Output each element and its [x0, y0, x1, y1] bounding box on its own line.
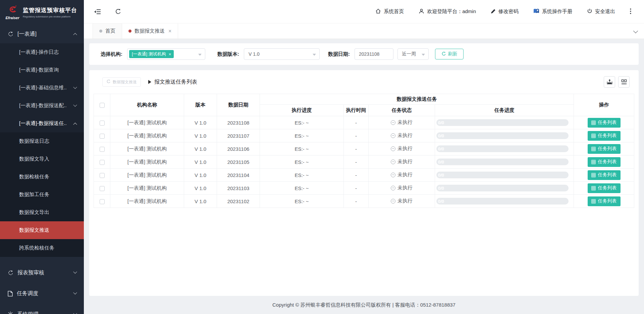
- sidebar-item-label: [一表通]-数据查询: [19, 67, 59, 73]
- remove-tag-icon[interactable]: ×: [169, 52, 171, 57]
- sidebar-item-2[interactable]: [一表通]-数据查询: [0, 61, 84, 79]
- app-root: Efraiser 监管报送预审核平台 Regulatory submission…: [0, 0, 644, 314]
- sidebar-item-8[interactable]: 数据检核任务: [0, 168, 84, 186]
- sidebar-item-9[interactable]: 数据加工任务: [0, 186, 84, 204]
- collapse-sidebar-icon[interactable]: [94, 9, 101, 14]
- welcome-user[interactable]: 欢迎登陆平台：admin: [419, 8, 476, 15]
- task-list-button[interactable]: 任务列表: [588, 196, 621, 206]
- select-all-cell: [94, 94, 110, 116]
- close-tab-icon[interactable]: ×: [168, 28, 171, 34]
- data-date-input[interactable]: [355, 48, 393, 60]
- cell-exec-time: -: [344, 142, 369, 155]
- home-icon: [375, 8, 381, 15]
- sidebar-item-7[interactable]: 数据报文导入: [0, 150, 84, 168]
- cell-version: V 1.0: [184, 116, 217, 129]
- sidebar-item-0[interactable]: [一表通]: [0, 25, 84, 43]
- sidebar-item-14[interactable]: 任务调度: [0, 283, 84, 304]
- cell-task-progress: 0/0: [435, 195, 574, 208]
- more-dots-icon: [630, 8, 631, 15]
- cell-status: 未执行: [369, 155, 435, 169]
- row-checkbox[interactable]: [100, 134, 105, 139]
- cycle-icon: [106, 79, 111, 85]
- data-push-button-disabled[interactable]: 数据报文推送: [102, 77, 141, 87]
- cell-org: [一表通] 测试机构: [110, 116, 184, 129]
- sidebar-item-13[interactable]: 报表预审核: [0, 262, 84, 283]
- cell-checkbox: [94, 116, 110, 129]
- task-list-button[interactable]: 任务列表: [588, 118, 621, 128]
- row-checkbox[interactable]: [100, 173, 105, 178]
- manual-button[interactable]: 系统操作手册: [533, 8, 572, 15]
- row-checkbox[interactable]: [100, 199, 105, 204]
- cell-version: V 1.0: [184, 155, 217, 169]
- cell-exec-progress: ES:- ~: [260, 142, 344, 155]
- row-checkbox[interactable]: [100, 147, 105, 152]
- column-settings-button[interactable]: [618, 76, 630, 88]
- sidebar-item-11[interactable]: 数据报文推送: [0, 221, 84, 239]
- cell-actions: 任务列表: [574, 195, 634, 208]
- sidebar-item-1[interactable]: [一表通]-操作日志: [0, 43, 84, 61]
- chevron-down-icon: [313, 54, 316, 56]
- task-list-button[interactable]: 任务列表: [588, 131, 621, 141]
- sidebar-item-label: [一表通]-操作日志: [19, 49, 59, 55]
- more-menu-button[interactable]: [630, 8, 631, 15]
- task-list-button[interactable]: 任务列表: [588, 183, 621, 193]
- change-password-button[interactable]: 修改密码: [491, 8, 519, 15]
- tab-home[interactable]: 首页: [93, 24, 122, 39]
- chevron-down-icon: [73, 85, 77, 89]
- cell-exec-progress: ES:- ~: [260, 182, 344, 195]
- task-list-button[interactable]: 任务列表: [588, 144, 621, 154]
- cell-exec-time: -: [344, 116, 369, 129]
- col-header-org: 机构名称: [110, 94, 184, 116]
- tabbar: 首页 数据报文推送 ×: [84, 24, 644, 39]
- sidebar-item-label: [一表通]: [17, 31, 37, 38]
- minus-circle-icon: [391, 173, 395, 177]
- document-icon: [8, 291, 13, 297]
- cell-task-progress: 0/0: [435, 182, 574, 195]
- logout-label: 安全退出: [595, 8, 615, 15]
- topbar: 系统首页 欢迎登陆平台：admin 修改密码 系统操作手册 安全退出: [84, 0, 644, 24]
- row-checkbox[interactable]: [100, 160, 105, 165]
- list-title-label: 报文推送任务列表: [154, 79, 197, 86]
- refresh-page-icon[interactable]: [115, 8, 121, 15]
- sidebar-item-5[interactable]: [一表通]-数据报送任..: [0, 115, 84, 132]
- export-icon: [607, 79, 612, 85]
- task-progress-bar: 0/0: [436, 159, 569, 165]
- book-icon: [533, 8, 539, 15]
- grid-icon: [591, 160, 596, 164]
- chevron-down-icon[interactable]: [633, 29, 638, 33]
- tab-data-push[interactable]: 数据报文推送 ×: [122, 24, 178, 39]
- cell-exec-progress: ES:- ~: [260, 169, 344, 182]
- select-all-checkbox[interactable]: [100, 103, 105, 108]
- sidebar-item-12[interactable]: 跨系统检核任务: [0, 239, 84, 257]
- version-select[interactable]: V 1.0: [244, 48, 320, 60]
- table-row: [一表通] 测试机构 V 1.0 20231106 ES:- ~ - 未执行 0…: [94, 142, 634, 155]
- sidebar-item-6[interactable]: 数据报送日志: [0, 132, 84, 150]
- task-list-button[interactable]: 任务列表: [588, 170, 621, 180]
- sidebar-item-10[interactable]: 数据报文导出: [0, 204, 84, 221]
- sidebar-item-label: 数据报文导入: [19, 156, 49, 162]
- cell-exec-time: -: [344, 129, 369, 142]
- table-row: [一表通] 测试机构 V 1.0 20231107 ES:- ~ - 未执行 0…: [94, 129, 634, 142]
- cell-org: [一表通] 测试机构: [110, 195, 184, 208]
- task-progress-bar: 0/0: [436, 132, 569, 139]
- export-button[interactable]: [604, 76, 615, 88]
- data-push-button-label: 数据报文推送: [113, 79, 137, 85]
- org-select[interactable]: [一表通] 测试机构 ×: [127, 48, 205, 60]
- minus-circle-icon: [391, 133, 395, 138]
- task-list-button[interactable]: 任务列表: [588, 157, 621, 167]
- row-checkbox[interactable]: [100, 186, 105, 191]
- col-header-actions: 操作: [574, 94, 634, 116]
- row-checkbox[interactable]: [100, 121, 105, 126]
- logo-block: Efraiser 监管报送预审核平台 Regulatory submission…: [0, 0, 84, 25]
- logout-button[interactable]: 安全退出: [587, 8, 615, 15]
- sidebar-item-3[interactable]: [一表通]-基础信息维..: [0, 79, 84, 97]
- caret-right-icon: [148, 80, 151, 84]
- tab-dot: [99, 30, 102, 33]
- footer: Copyright © 苏州银丰睿哲信息科技有限公司版权所有 | 客服电话：05…: [89, 296, 639, 314]
- home-button[interactable]: 系统首页: [375, 8, 404, 15]
- refresh-button[interactable]: 刷新: [435, 49, 464, 59]
- date-range-select[interactable]: 近一周: [397, 48, 429, 60]
- sidebar-item-4[interactable]: [一表通]-数据报送配..: [0, 97, 84, 115]
- sidebar-item-label: 数据报送日志: [19, 138, 49, 144]
- sidebar-item-15[interactable]: 系统管理: [0, 304, 84, 314]
